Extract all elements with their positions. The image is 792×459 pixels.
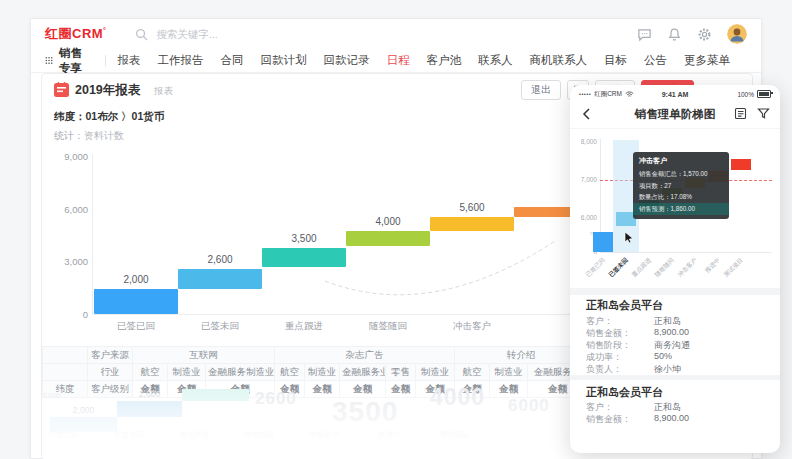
top-header: 红圈CRM° <box>31 19 761 49</box>
waterfall-bar[interactable] <box>346 231 430 245</box>
nav-item-customer-pool[interactable]: 客户池 <box>427 53 462 68</box>
opportunity-title: 正和岛会员平台 <box>586 385 663 400</box>
stat-value: 资料计数 <box>84 130 124 141</box>
logo-mark: ° <box>103 27 106 34</box>
messages-icon[interactable] <box>637 27 652 42</box>
exit-button-label: 退出 <box>531 83 551 97</box>
x-axis-label: 已签未回 <box>178 320 262 333</box>
cell-amount: 金额 <box>133 381 168 398</box>
phone-status-bar: ••••• 红圈CRM 9:41 AM 100% <box>570 88 780 100</box>
bar-value-label: 4,000 <box>346 216 430 227</box>
ghost-xtick: 推进中 <box>359 430 419 440</box>
bar-value-label: 3,500 <box>262 233 346 244</box>
x-axis-label: 重点跟进 <box>262 320 346 333</box>
nav-item-reports[interactable]: 报表 <box>118 53 141 68</box>
cell-amount: 金额 <box>416 381 455 398</box>
cell-referral: 转介绍 <box>455 347 588 364</box>
ghost-xtick: 测试项目 <box>424 430 484 440</box>
cell: 航空 <box>455 364 490 381</box>
list-report-icon[interactable] <box>734 107 747 120</box>
y-axis-tick: 3,000 <box>44 256 88 267</box>
y-axis-tick: 0 <box>44 309 88 320</box>
mobile-preview-panel: ••••• 红圈CRM 9:41 AM 100% 销售理单阶梯图 测试项目推进中… <box>570 85 780 453</box>
cell-internet: 互联网 <box>133 347 275 364</box>
global-search[interactable] <box>134 27 308 42</box>
user-avatar[interactable] <box>727 24 747 44</box>
cell: 制造业 <box>416 364 455 381</box>
nav-item-opportunity-contacts[interactable]: 商机联系人 <box>530 53 588 68</box>
nav-item-announcements[interactable]: 公告 <box>644 53 667 68</box>
report-calendar-icon <box>54 82 69 97</box>
mouse-cursor-icon <box>624 231 634 245</box>
cell-industry: 行业 <box>88 364 133 381</box>
x-axis-label: 已签已回 <box>94 320 178 333</box>
exit-button[interactable]: 退出 <box>521 80 561 100</box>
waterfall-bar[interactable] <box>178 269 262 289</box>
battery-status: 100% <box>737 90 771 98</box>
main-nav: 销售专享 报表 工作报告 合同 回款计划 回款记录 日程 客户池 联系人 商机联… <box>31 49 761 73</box>
funnel-filter-icon[interactable] <box>757 107 770 120</box>
nav-apps-label[interactable]: 销售专享 <box>59 46 93 76</box>
nav-divider <box>105 55 106 66</box>
cell-magazine-ads: 杂志广告 <box>275 347 455 364</box>
ghost-xtick: 重点跟进 <box>164 430 224 440</box>
report-title: 2019年报表 <box>75 82 140 99</box>
search-input[interactable] <box>154 27 308 41</box>
cell-customer-level: 客户级别 <box>88 381 133 398</box>
mobile-ladder-chart: 测试项目推进中冲击客户随签随回重点跟进已签未回已签已回≈8,0007,0006,… <box>574 135 776 287</box>
ghost-bar <box>50 417 117 432</box>
nav-item-work-report[interactable]: 工作报告 <box>158 53 204 68</box>
waterfall-bar[interactable] <box>731 159 751 170</box>
nav-item-payment-plan[interactable]: 回款计划 <box>261 53 307 68</box>
waterfall-bar[interactable] <box>94 289 178 314</box>
chart-tooltip: 冲击客户 销售金额汇总：1,570.00 项目数：27 数量占比：17.08% … <box>633 152 729 219</box>
cell: 零售 <box>386 364 416 381</box>
phone-nav-actions <box>734 107 770 120</box>
ghost-bar <box>117 401 182 417</box>
dimension-line: 纬度：01布尔 〉01货币 <box>54 110 164 124</box>
tooltip-row-forecast: 销售预测：1,860.00 <box>633 203 729 215</box>
waterfall-bar[interactable] <box>262 248 346 267</box>
y-axis-tick: 6,000 <box>44 204 88 215</box>
cell-customer-source: 客户来源 <box>88 347 133 364</box>
bar-value-label: 5,600 <box>430 202 514 213</box>
cell: 航空 <box>133 364 168 381</box>
nav-item-more-menu[interactable]: 更多菜单 <box>684 53 730 68</box>
y-axis-tick: 9,000 <box>44 151 88 162</box>
cell: 制造业 <box>168 364 206 381</box>
cell: 金融服务制造业 <box>206 364 275 381</box>
ghost-number: 3500 <box>332 396 398 428</box>
cell-amount: 金额 <box>168 381 206 398</box>
cell <box>43 364 88 381</box>
tooltip-row: 数量占比：17.08% <box>639 191 723 203</box>
tooltip-row: 销售金额汇总：1,570.00 <box>639 168 723 180</box>
notifications-icon[interactable] <box>667 27 682 42</box>
dimension-value: 01布尔 〉01货币 <box>86 110 165 122</box>
nav-item-contracts[interactable]: 合同 <box>221 53 244 68</box>
apps-grid-icon[interactable] <box>45 55 53 66</box>
field-row: 销售金额：8,900.00 <box>586 413 772 426</box>
waterfall-bar[interactable] <box>430 217 514 231</box>
dimension-label: 纬度： <box>54 110 86 122</box>
y-axis-tick: 6,000 <box>574 214 597 221</box>
section-divider <box>570 375 780 380</box>
app-logo[interactable]: 红圈CRM° <box>45 25 106 43</box>
nav-item-schedule[interactable]: 日程 <box>387 53 410 68</box>
cell-amount: 金额 <box>490 381 528 398</box>
cell <box>43 347 88 364</box>
stat-label: 统计： <box>54 130 84 141</box>
cell-amount: 金额 <box>455 381 490 398</box>
nav-item-targets[interactable]: 目标 <box>604 53 627 68</box>
cell-dimension: 纬度 <box>43 381 88 398</box>
tooltip-title: 冲击客户 <box>639 156 723 166</box>
waterfall-bar[interactable] <box>593 232 613 252</box>
screenshot-stage: 红圈CRM° 销售专享 报表 工作报告 合同 回款计划 回款 <box>0 0 792 459</box>
nav-item-contacts[interactable]: 联系人 <box>478 53 513 68</box>
stat-line: 统计：资料计数 <box>54 129 124 143</box>
cell: 制造业 <box>490 364 528 381</box>
nav-item-payment-records[interactable]: 回款记录 <box>324 53 370 68</box>
header-actions <box>637 24 747 44</box>
bar-value-label: 2,600 <box>178 254 262 265</box>
settings-gear-icon[interactable] <box>697 27 712 42</box>
bar-value-label: 2,000 <box>94 274 178 285</box>
